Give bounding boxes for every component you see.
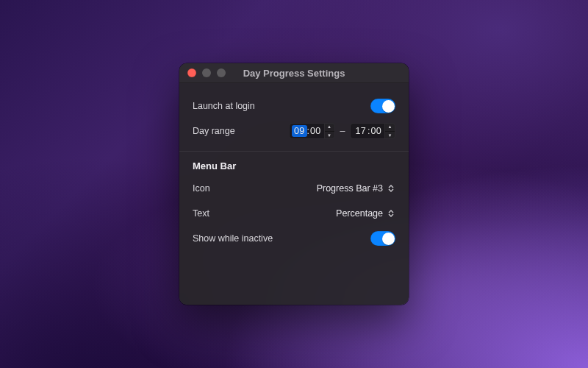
show-while-inactive-row: Show while inactive [193,226,395,251]
end-time-stepper[interactable]: ▲ ▼ [384,123,395,139]
end-minute[interactable]: 00 [370,126,384,136]
day-range-row: Day range 09:00 ▲ ▼ – 17:00 ▲ ▼ [193,118,395,144]
start-minute[interactable]: 00 [309,126,324,136]
day-range-controls: 09:00 ▲ ▼ – 17:00 ▲ ▼ [289,123,395,139]
launch-at-login-row: Launch at login [193,93,395,118]
chevron-down-icon[interactable]: ▼ [325,132,334,140]
maximize-icon[interactable] [217,68,226,77]
text-select-value: Percentage [336,208,383,219]
icon-select[interactable]: Progress Bar #3 [317,183,395,194]
titlebar[interactable]: Day Progress Settings [179,63,409,83]
close-icon[interactable] [187,68,196,77]
icon-label: Icon [193,183,210,194]
divider [179,151,409,152]
start-time-stepper[interactable]: ▲ ▼ [324,123,334,139]
start-time-input[interactable]: 09:00 ▲ ▼ [289,123,335,139]
menu-bar-section-title: Menu Bar [193,158,395,176]
text-select[interactable]: Percentage [336,208,395,219]
toggle-knob [382,100,395,113]
launch-at-login-label: Launch at login [193,101,255,111]
traffic-lights [179,68,226,77]
updown-icon [387,183,395,194]
text-row: Text Percentage [193,201,395,226]
show-while-inactive-toggle[interactable] [370,231,395,246]
updown-icon [387,208,395,219]
end-time-input[interactable]: 17:00 ▲ ▼ [350,123,395,139]
chevron-down-icon[interactable]: ▼ [385,132,395,140]
settings-window: Day Progress Settings Launch at login Da… [179,63,409,305]
end-hour[interactable]: 17 [351,126,368,136]
start-hour[interactable]: 09 [292,125,307,137]
day-range-label: Day range [193,126,235,136]
icon-select-value: Progress Bar #3 [317,183,383,194]
chevron-up-icon[interactable]: ▲ [385,123,395,132]
toggle-knob [382,233,395,245]
settings-content: Launch at login Day range 09:00 ▲ ▼ – 17… [179,83,409,263]
range-separator: – [340,126,345,136]
icon-row: Icon Progress Bar #3 [193,176,395,201]
text-label: Text [193,208,209,219]
minimize-icon[interactable] [202,68,211,77]
show-while-inactive-label: Show while inactive [193,233,273,244]
chevron-up-icon[interactable]: ▲ [325,123,334,132]
launch-at-login-toggle[interactable] [370,99,395,113]
